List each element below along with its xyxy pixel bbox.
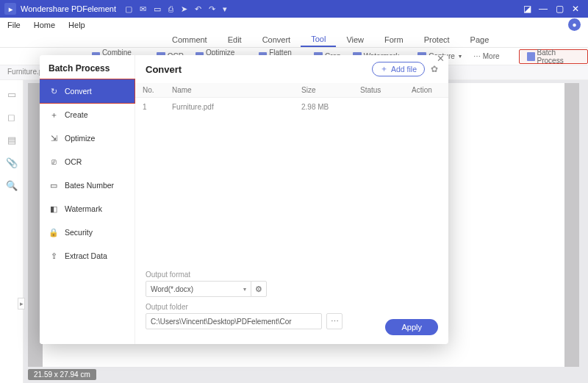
optimize2-icon: ⇲ <box>49 133 59 143</box>
col-status: Status <box>353 83 404 98</box>
app-name: Wondershare PDFelement <box>21 4 116 13</box>
sidebar-item-convert[interactable]: ↻Convert <box>40 79 135 103</box>
close-button[interactable]: ✕ <box>567 4 584 14</box>
plus-icon: ＋ <box>380 64 388 74</box>
file-table: No. Name Size Status Action 1 Furniture.… <box>135 83 448 116</box>
col-no: No. <box>135 83 165 98</box>
batch-header: Convert ＋Add file ✿ <box>135 55 448 83</box>
sidebar-item-bates[interactable]: ▭Bates Number <box>40 173 135 197</box>
collapse-toggle[interactable]: ▸ <box>18 298 25 309</box>
settings-icon[interactable]: ✿ <box>431 64 438 74</box>
tab-form[interactable]: Form <box>374 32 414 47</box>
apply-button[interactable]: Apply <box>385 319 438 335</box>
watermark2-icon: ◧ <box>49 204 59 214</box>
chevron-down-icon: ▾ <box>459 53 462 60</box>
ellipsis-icon: ⋯ <box>331 317 339 326</box>
lock-icon: 🔒 <box>49 227 59 237</box>
menu-help[interactable]: Help <box>68 21 85 29</box>
tab-view[interactable]: View <box>336 32 374 47</box>
batch-icon <box>527 52 535 61</box>
tool-batch-process[interactable]: Batch Process <box>519 49 588 64</box>
minimize-button[interactable]: ― <box>535 4 551 14</box>
col-size: Size <box>294 83 353 98</box>
add-file-button[interactable]: ＋Add file <box>372 62 425 76</box>
user-avatar[interactable]: ● <box>568 18 581 31</box>
menu-home[interactable]: Home <box>34 21 55 29</box>
tab-comment[interactable]: Comment <box>162 32 218 47</box>
modal-close-button[interactable]: ✕ <box>437 53 445 64</box>
output-format-select[interactable] <box>146 281 252 297</box>
sidebar-item-ocr[interactable]: ⎚OCR <box>40 150 135 173</box>
sidebar-item-create[interactable]: ＋Create <box>40 103 135 126</box>
comments-icon[interactable]: ▤ <box>7 135 16 146</box>
bookmark-icon[interactable]: ◻ <box>7 112 15 123</box>
maximize-button[interactable]: ▢ <box>551 4 567 14</box>
win-extra-icon[interactable]: ◪ <box>519 4 535 14</box>
output-folder-label: Output folder <box>146 303 438 311</box>
tab-tool[interactable]: Tool <box>301 32 336 47</box>
open-icon[interactable]: ▢ <box>125 4 132 14</box>
col-name: Name <box>165 83 294 98</box>
menubar: File Home Help ● <box>0 18 588 32</box>
attachment-icon[interactable]: 📎 <box>6 157 18 168</box>
batch-process-modal: Batch Process ↻Convert ＋Create ⇲Optimize… <box>40 55 448 344</box>
undo-icon[interactable]: ↶ <box>195 4 201 14</box>
dropdown-icon[interactable]: ▾ <box>223 4 227 14</box>
menu-file[interactable]: File <box>7 21 21 29</box>
sidebar-item-watermark[interactable]: ◧Watermark <box>40 197 135 221</box>
convert-icon: ↻ <box>49 86 59 96</box>
titlebar-quick-icons: ▢ ✉ ▭ ⎙ ➤ ↶ ↷ ▾ <box>125 4 227 14</box>
save-icon[interactable]: ▭ <box>154 4 161 14</box>
left-sidestrip: ▭ ◻ ▤ 📎 🔍 <box>0 80 24 383</box>
format-settings-button[interactable]: ⚙ <box>251 281 267 297</box>
sidebar-item-extract[interactable]: ⇪Extract Data <box>40 244 135 268</box>
redo-icon[interactable]: ↷ <box>209 4 215 14</box>
output-format-label: Output format <box>146 271 438 279</box>
print-icon[interactable]: ⎙ <box>168 4 173 14</box>
gear-icon: ⚙ <box>255 284 262 294</box>
tool-more[interactable]: ⋯More <box>470 49 503 64</box>
tab-edit[interactable]: Edit <box>218 32 252 47</box>
sidebar-item-security[interactable]: 🔒Security <box>40 221 135 244</box>
search-icon[interactable]: 🔍 <box>6 180 18 191</box>
browse-folder-button[interactable]: ⋯ <box>326 313 343 329</box>
mail-icon[interactable]: ✉ <box>140 4 146 14</box>
titlebar: ▸ Wondershare PDFelement ▢ ✉ ▭ ⎙ ➤ ↶ ↷ ▾… <box>0 0 588 18</box>
tabbar: Comment Edit Convert Tool View Form Prot… <box>0 32 588 48</box>
ocr2-icon: ⎚ <box>49 157 59 167</box>
tab-page[interactable]: Page <box>460 32 500 47</box>
batch-main: Convert ＋Add file ✿ No. Name Size Status… <box>135 55 448 344</box>
create-icon: ＋ <box>49 110 59 120</box>
app-logo: ▸ <box>4 3 16 15</box>
output-folder-input[interactable] <box>146 313 322 329</box>
extract-icon: ⇪ <box>49 251 59 261</box>
tab-protect[interactable]: Protect <box>414 32 460 47</box>
sidebar-item-optimize[interactable]: ⇲Optimize <box>40 126 135 150</box>
thumbnails-icon[interactable]: ▭ <box>7 89 16 100</box>
batch-sidebar: Batch Process ↻Convert ＋Create ⇲Optimize… <box>40 55 135 344</box>
tab-convert[interactable]: Convert <box>252 32 301 47</box>
output-format-field: Output format ▾ ⚙ <box>146 271 438 297</box>
batch-title: Batch Process <box>40 55 135 79</box>
batch-panel-title: Convert <box>146 64 366 75</box>
table-row[interactable]: 1 Furniture.pdf 2.98 MB <box>135 98 448 117</box>
col-action: Action <box>404 83 448 98</box>
bates-icon: ▭ <box>49 180 59 190</box>
page-dimensions: 21.59 x 27.94 cm <box>28 369 96 380</box>
share-icon[interactable]: ➤ <box>181 4 187 14</box>
more-icon: ⋯ <box>473 52 481 60</box>
